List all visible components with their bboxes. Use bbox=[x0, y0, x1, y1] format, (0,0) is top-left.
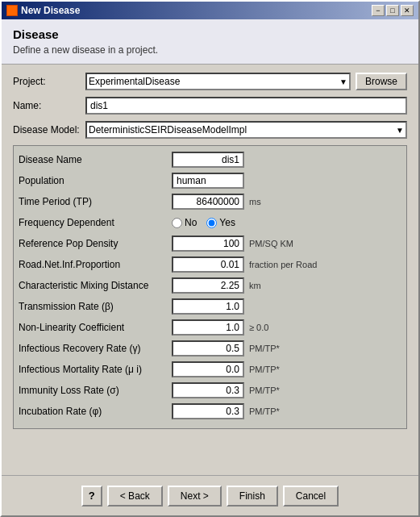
param-label-time-period: Time Period (TP) bbox=[19, 196, 172, 207]
disease-model-label: Disease Model: bbox=[13, 124, 85, 136]
page-description: Define a new disease in a project. bbox=[13, 44, 407, 56]
param-label-mortality-rate: Infectious Mortality Rate (μ i) bbox=[19, 364, 172, 375]
param-row-transmission-rate: Transmission Rate (β) bbox=[19, 298, 401, 315]
param-label-frequency-dependent: Frequency Dependent bbox=[19, 217, 172, 228]
finish-button[interactable]: Finish bbox=[227, 486, 278, 507]
param-row-immunity-loss: Immunity Loss Rate (σ) PM/TP* bbox=[19, 381, 401, 399]
param-row-incubation-rate: Incubation Rate (φ) PM/TP* bbox=[19, 402, 401, 420]
param-input-transmission-rate[interactable] bbox=[172, 298, 244, 315]
parameters-table: Disease Name Population Time Period (TP)… bbox=[13, 145, 407, 429]
window-icon bbox=[6, 5, 18, 16]
back-button[interactable]: < Back bbox=[107, 486, 163, 507]
param-row-recovery-rate: Infectious Recovery Rate (γ) PM/TP* bbox=[19, 340, 401, 357]
param-unit-mixing-distance: km bbox=[249, 281, 401, 290]
param-unit-incubation-rate: PM/TP* bbox=[249, 407, 401, 416]
project-select-wrapper[interactable]: ExperimentalDisease ▼ bbox=[85, 73, 351, 90]
param-row-road-net-inf: Road.Net.Inf.Proportion fraction per Roa… bbox=[19, 256, 401, 273]
param-label-population: Population bbox=[19, 175, 172, 186]
minimize-button[interactable]: − bbox=[372, 5, 385, 16]
param-row-ref-pop-density: Reference Pop Density PM/SQ KM bbox=[19, 235, 401, 252]
new-disease-window: New Disease − □ ✕ Disease Define a new d… bbox=[0, 0, 420, 517]
param-unit-ref-pop-density: PM/SQ KM bbox=[249, 239, 401, 248]
param-input-time-period[interactable] bbox=[172, 194, 244, 210]
param-label-incubation-rate: Incubation Rate (φ) bbox=[19, 406, 172, 417]
param-label-non-linearity: Non-Linearity Coefficient bbox=[19, 322, 172, 333]
footer: ? < Back Next > Finish Cancel bbox=[2, 475, 418, 515]
param-input-mortality-rate[interactable] bbox=[172, 361, 244, 377]
browse-button[interactable]: Browse bbox=[356, 73, 407, 90]
radio-no[interactable] bbox=[172, 218, 182, 228]
param-row-mortality-rate: Infectious Mortality Rate (μ i) PM/TP* bbox=[19, 361, 401, 378]
cancel-button[interactable]: Cancel bbox=[283, 486, 339, 507]
radio-yes[interactable] bbox=[206, 218, 217, 228]
param-label-transmission-rate: Transmission Rate (β) bbox=[19, 301, 172, 312]
param-input-mixing-distance[interactable] bbox=[172, 277, 244, 294]
param-label-mixing-distance: Characteristic Mixing Distance bbox=[19, 280, 172, 291]
title-bar-buttons: − □ ✕ bbox=[372, 5, 414, 16]
param-row-time-period: Time Period (TP) ms bbox=[19, 193, 401, 211]
next-button[interactable]: Next > bbox=[168, 486, 222, 507]
param-unit-non-linearity: ≥ 0.0 bbox=[249, 323, 401, 332]
window-title: New Disease bbox=[21, 5, 80, 16]
radio-no-text: No bbox=[185, 217, 197, 228]
param-unit-time-period: ms bbox=[249, 197, 401, 206]
param-input-ref-pop-density[interactable] bbox=[172, 236, 244, 252]
param-row-non-linearity: Non-Linearity Coefficient ≥ 0.0 bbox=[19, 319, 401, 336]
radio-yes-label[interactable]: Yes bbox=[206, 217, 235, 228]
page-title: Disease bbox=[13, 27, 407, 41]
name-row: Name: bbox=[13, 97, 407, 115]
param-row-frequency-dependent: Frequency Dependent No Yes bbox=[19, 214, 401, 231]
param-input-population[interactable] bbox=[172, 173, 244, 189]
disease-model-select-wrapper[interactable]: DeterministicSEIRDiseaseModelImpl ▼ bbox=[85, 121, 407, 139]
param-input-non-linearity[interactable] bbox=[172, 319, 244, 336]
help-button[interactable]: ? bbox=[81, 486, 102, 507]
param-input-disease-name[interactable] bbox=[172, 152, 244, 168]
disease-model-row: Disease Model: DeterministicSEIRDiseaseM… bbox=[13, 121, 407, 139]
param-input-recovery-rate[interactable] bbox=[172, 340, 244, 356]
param-unit-mortality-rate: PM/TP* bbox=[249, 365, 401, 374]
param-input-incubation-rate[interactable] bbox=[172, 403, 244, 419]
param-row-disease-name: Disease Name bbox=[19, 151, 401, 169]
param-label-road-net-inf: Road.Net.Inf.Proportion bbox=[19, 259, 172, 270]
project-select[interactable]: ExperimentalDisease bbox=[89, 76, 347, 87]
project-row: Project: ExperimentalDisease ▼ Browse bbox=[13, 73, 407, 90]
title-bar: New Disease − □ ✕ bbox=[2, 2, 418, 19]
param-row-population: Population bbox=[19, 172, 401, 190]
header-section: Disease Define a new disease in a projec… bbox=[2, 19, 418, 65]
radio-no-label[interactable]: No bbox=[172, 217, 197, 228]
project-label: Project: bbox=[13, 76, 85, 87]
param-unit-recovery-rate: PM/TP* bbox=[249, 344, 401, 353]
maximize-button[interactable]: □ bbox=[386, 5, 399, 16]
param-row-mixing-distance: Characteristic Mixing Distance km bbox=[19, 277, 401, 294]
title-bar-left: New Disease bbox=[6, 5, 80, 16]
content-area: Project: ExperimentalDisease ▼ Browse Na… bbox=[2, 65, 418, 475]
param-unit-road-net-inf: fraction per Road bbox=[249, 260, 401, 269]
param-label-ref-pop-density: Reference Pop Density bbox=[19, 238, 172, 249]
param-label-immunity-loss: Immunity Loss Rate (σ) bbox=[19, 385, 172, 396]
param-input-road-net-inf[interactable] bbox=[172, 256, 244, 273]
param-input-immunity-loss[interactable] bbox=[172, 382, 244, 398]
param-label-disease-name: Disease Name bbox=[19, 154, 172, 165]
param-label-recovery-rate: Infectious Recovery Rate (γ) bbox=[19, 343, 172, 354]
disease-model-select[interactable]: DeterministicSEIRDiseaseModelImpl bbox=[89, 124, 404, 136]
name-input[interactable] bbox=[85, 97, 407, 115]
name-label: Name: bbox=[13, 100, 85, 111]
close-button[interactable]: ✕ bbox=[401, 5, 414, 16]
frequency-dependent-radio-group: No Yes bbox=[172, 217, 235, 228]
param-unit-immunity-loss: PM/TP* bbox=[249, 386, 401, 395]
radio-yes-text: Yes bbox=[219, 217, 235, 228]
